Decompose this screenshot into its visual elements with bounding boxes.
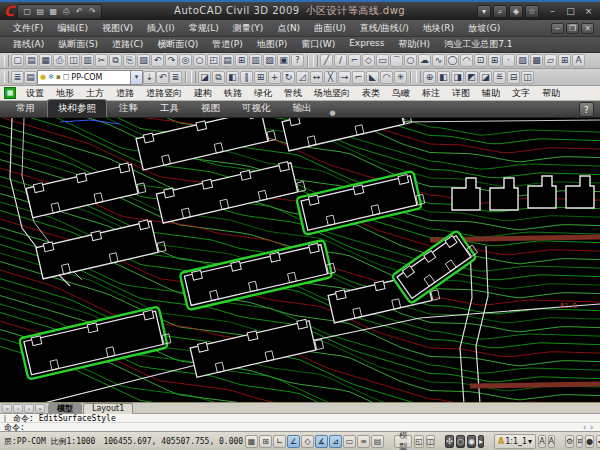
next-tab-button[interactable]: ›	[24, 404, 34, 413]
ducs-toggle[interactable]: ⊿	[329, 435, 342, 448]
prev-tab-button[interactable]: ‹	[13, 404, 23, 413]
steering-wheel-icon[interactable]: ◉	[467, 435, 476, 448]
make-block-icon[interactable]: ⊞	[488, 54, 501, 67]
stretch-icon[interactable]: ↔	[310, 71, 323, 84]
insert-block-icon[interactable]: ⊡	[474, 54, 487, 67]
ribbon-tab-6[interactable]: 输出	[283, 100, 322, 117]
hongye-menu-item-3[interactable]: 道路	[110, 87, 140, 100]
mtext-icon[interactable]: A	[572, 54, 585, 67]
hongye-menu-item-10[interactable]: 表类	[356, 87, 386, 100]
rectangle-icon[interactable]: ▭	[376, 54, 389, 67]
menu1-item-2[interactable]: 视图(V)	[95, 21, 140, 36]
plot-preview-icon[interactable]: ◫	[67, 54, 80, 67]
zoom-tool-icon[interactable]: ○	[456, 435, 465, 448]
redo-button[interactable]: ↷	[86, 5, 98, 18]
draworder-under-icon[interactable]: ◩	[465, 71, 478, 84]
hongye-menu-item-13[interactable]: 详图	[446, 87, 476, 100]
annotate-3-icon[interactable]: ⊟	[507, 71, 520, 84]
plot-button[interactable]: ⎙	[60, 5, 72, 18]
drawing-canvas[interactable]: 81.9	[0, 118, 600, 403]
ribbon-tab-4[interactable]: 视图	[191, 100, 230, 117]
help-icon[interactable]: ?	[291, 54, 304, 67]
layer-previous-icon[interactable]: ↶	[156, 71, 169, 84]
annotate-4-icon[interactable]: ◫	[521, 71, 534, 84]
publish-icon[interactable]: ▥	[81, 54, 94, 67]
grid-toggle[interactable]: ⊞	[259, 435, 272, 448]
menu2-item-2[interactable]: 道路(C)	[105, 37, 150, 52]
hongye-menu-item-4[interactable]: 道路竖向	[140, 87, 188, 100]
layout-quickview-icon[interactable]: ◱	[414, 435, 424, 448]
menu1-item-10[interactable]: 放坡(G)	[461, 21, 507, 36]
gradient-icon[interactable]: ▩	[530, 54, 543, 67]
status-bulb-icon[interactable]: ●	[585, 435, 594, 448]
toolbar-lock-icon[interactable]: ¤	[576, 435, 583, 448]
mirror-icon[interactable]: ◧	[226, 71, 239, 84]
toolbar-grip[interactable]	[416, 71, 421, 83]
hongye-menu-item-15[interactable]: 文字	[506, 87, 536, 100]
minimize-button[interactable]: –	[545, 5, 560, 18]
fillet-icon[interactable]: ◠	[380, 71, 393, 84]
menu2-item-6[interactable]: 窗口(W)	[294, 37, 342, 52]
menu1-item-6[interactable]: 点(N)	[270, 21, 307, 36]
construction-line-icon[interactable]: ∕	[334, 54, 347, 67]
menu2-item-8[interactable]: 帮助(H)	[391, 37, 437, 52]
last-tab-button[interactable]: »	[35, 404, 45, 413]
menu1-item-0[interactable]: 文件(F)	[6, 21, 50, 36]
pan-icon[interactable]: ◎	[179, 54, 192, 67]
erase-icon[interactable]: ◪	[198, 71, 211, 84]
doc-minimize-button[interactable]: –	[551, 23, 564, 34]
coordinates-readout[interactable]: 106455.697, 405507.755, 0.000	[103, 437, 243, 446]
spline-icon[interactable]: ∿	[432, 54, 445, 67]
pan-tool-icon[interactable]: ✣	[445, 435, 454, 448]
show-motion-icon[interactable]: ▸	[478, 435, 484, 448]
ribbon-minimize-icon[interactable]: ●	[330, 109, 336, 117]
chamfer-icon[interactable]: ◣	[366, 71, 379, 84]
menu1-item-8[interactable]: 直线/曲线(/)	[353, 21, 416, 36]
command-line-window[interactable]: 命令: EditSurfaceStyle 命令: ‹›	[0, 414, 600, 432]
designcenter-icon[interactable]: ⊞	[235, 54, 248, 67]
ribbon-tab-2[interactable]: 注释	[109, 100, 148, 117]
zoom-window-icon[interactable]: ◰	[207, 54, 220, 67]
command-grip[interactable]	[4, 415, 10, 422]
open-icon[interactable]: ▤	[25, 54, 38, 67]
command-scroll-arrows[interactable]: ‹›	[582, 423, 596, 432]
tool-palettes-icon[interactable]: ▥	[249, 54, 262, 67]
hongye-menu-item-6[interactable]: 铁路	[218, 87, 248, 100]
menu1-item-9[interactable]: 地块(R)	[416, 21, 461, 36]
offset-icon[interactable]: ∥	[240, 71, 253, 84]
menu2-item-9[interactable]: 鸿业工业总图7.1	[437, 37, 519, 52]
hongye-menu-item-2[interactable]: 土方	[80, 87, 110, 100]
copy-clip-icon[interactable]: ⧉	[109, 54, 122, 67]
extend-icon[interactable]: →	[338, 71, 351, 84]
annotate-2-icon[interactable]: ≝	[493, 71, 506, 84]
circle-icon[interactable]: ○	[404, 54, 417, 67]
copy-icon[interactable]: ⧉	[212, 71, 225, 84]
snap-toggle[interactable]: ▦	[245, 435, 258, 448]
menu1-item-3[interactable]: 插入(I)	[140, 21, 182, 36]
menu1-item-1[interactable]: 编辑(E)	[50, 21, 95, 36]
break-icon[interactable]: ⌐	[352, 71, 365, 84]
menu2-item-1[interactable]: 纵断面(S)	[51, 37, 105, 52]
match-properties-icon[interactable]: ▨	[137, 54, 150, 67]
undo-icon[interactable]: ↶	[151, 54, 164, 67]
annotation-visibility-icon[interactable]: A	[538, 435, 545, 448]
hongye-menu-item-11[interactable]: 鸟瞰	[386, 87, 416, 100]
open-button[interactable]: ▤	[34, 5, 46, 18]
hongye-menu-item-0[interactable]: 设置	[20, 87, 50, 100]
toolbar-grip[interactable]	[4, 71, 9, 83]
dyn-toggle[interactable]: ▭	[343, 435, 356, 448]
undo-button[interactable]: ↶	[73, 5, 85, 18]
menu1-item-7[interactable]: 曲面(U)	[307, 21, 353, 36]
hongye-menu-item-14[interactable]: 辅助	[476, 87, 506, 100]
ortho-toggle[interactable]: ∟	[273, 435, 286, 448]
hongye-menu-item-12[interactable]: 标注	[416, 87, 446, 100]
explode-icon[interactable]: ✳	[394, 71, 407, 84]
toolbar-grip[interactable]	[313, 55, 318, 67]
ribbon-tab-3[interactable]: 工具	[150, 100, 189, 117]
ribbon-tab-0[interactable]: 常用	[6, 100, 45, 117]
auto-annotation-icon[interactable]: A	[548, 435, 555, 448]
hongye-menu-item-5[interactable]: 建构	[188, 87, 218, 100]
table-icon[interactable]: ⊞	[558, 54, 571, 67]
command-input-row[interactable]: 命令: ‹›	[0, 423, 600, 432]
hongye-menu-item-9[interactable]: 场地竖向	[308, 87, 356, 100]
